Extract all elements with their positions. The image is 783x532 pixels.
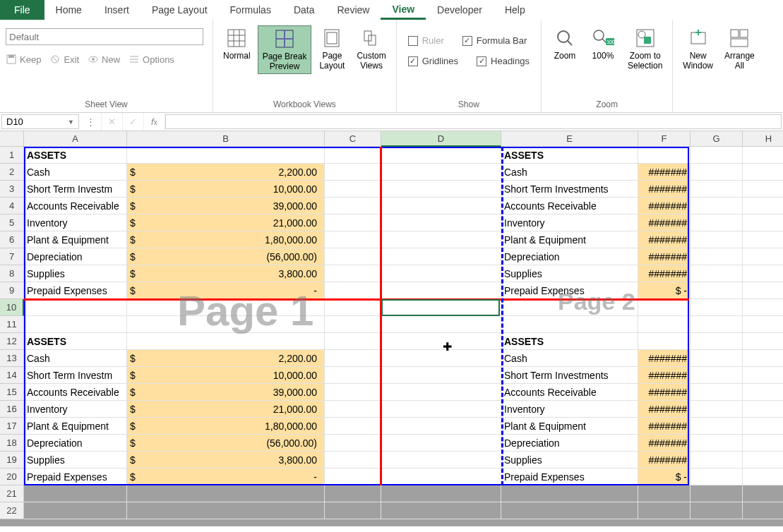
- cell-A1[interactable]: ASSETS: [24, 147, 127, 164]
- cell-B18[interactable]: $(56,000.00): [127, 435, 325, 452]
- cell-B14[interactable]: $10,000.00: [127, 367, 325, 384]
- cell-E18[interactable]: Depreciation: [501, 435, 638, 452]
- cell-G14[interactable]: [691, 367, 743, 384]
- new-window-button[interactable]: New Window: [679, 25, 717, 73]
- cell-B22[interactable]: [127, 502, 325, 519]
- cell-B2[interactable]: $2,200.00: [127, 164, 325, 181]
- cell-H13[interactable]: [743, 350, 783, 367]
- cell-E3[interactable]: Short Term Investments: [501, 181, 638, 198]
- custom-views-button[interactable]: Custom Views: [352, 25, 390, 73]
- cell-D21[interactable]: [381, 485, 501, 502]
- cell-F19[interactable]: #######: [638, 452, 691, 468]
- menu-page-layout[interactable]: Page Layout: [141, 0, 219, 20]
- cell-G8[interactable]: [691, 265, 743, 282]
- fb-enter-button[interactable]: ✓: [123, 113, 144, 131]
- cell-A5[interactable]: Inventory: [24, 214, 127, 231]
- cell-F10[interactable]: [638, 299, 691, 316]
- cell-A22[interactable]: [24, 502, 127, 519]
- cell-D10[interactable]: [381, 299, 501, 316]
- cell-C22[interactable]: [325, 502, 381, 519]
- cell-E5[interactable]: Inventory: [501, 214, 638, 231]
- cell-E22[interactable]: [501, 502, 638, 519]
- cell-B13[interactable]: $2,200.00: [127, 350, 325, 367]
- cell-C10[interactable]: [325, 299, 381, 316]
- cell-B5[interactable]: $21,000.00: [127, 214, 325, 231]
- cell-H17[interactable]: [743, 418, 783, 435]
- cell-C17[interactable]: [325, 418, 381, 435]
- row-header-22[interactable]: 22: [0, 502, 24, 519]
- cell-A17[interactable]: Plant & Equipment: [24, 418, 127, 435]
- cell-A14[interactable]: Short Term Investm: [24, 367, 127, 384]
- cell-F15[interactable]: #######: [638, 384, 691, 401]
- cell-E21[interactable]: [501, 485, 638, 502]
- col-header-A[interactable]: A: [24, 131, 127, 147]
- menu-formulas[interactable]: Formulas: [219, 0, 282, 20]
- cell-C6[interactable]: [325, 231, 381, 248]
- cell-A3[interactable]: Short Term Investm: [24, 181, 127, 198]
- spreadsheet-grid[interactable]: ABCDEFGH 1234567891011121314151617181920…: [0, 131, 783, 526]
- menu-view[interactable]: View: [381, 0, 426, 20]
- page-layout-button[interactable]: Page Layout: [314, 25, 349, 73]
- formula-input[interactable]: [165, 114, 782, 129]
- cell-F3[interactable]: #######: [638, 181, 691, 198]
- row-header-13[interactable]: 13: [0, 350, 24, 367]
- cell-C21[interactable]: [325, 485, 381, 502]
- cell-G9[interactable]: [691, 282, 743, 299]
- cell-F4[interactable]: #######: [638, 198, 691, 214]
- cell-A20[interactable]: Prepaid Expenses: [24, 468, 127, 485]
- cell-E1[interactable]: ASSETS: [501, 147, 638, 164]
- cell-F13[interactable]: #######: [638, 350, 691, 367]
- cell-C7[interactable]: [325, 248, 381, 265]
- cell-F17[interactable]: #######: [638, 418, 691, 435]
- cell-H14[interactable]: [743, 367, 783, 384]
- cell-E14[interactable]: Short Term Investments: [501, 367, 638, 384]
- cell-B9[interactable]: $-: [127, 282, 325, 299]
- cell-F7[interactable]: #######: [638, 248, 691, 265]
- cell-A2[interactable]: Cash: [24, 164, 127, 181]
- name-box[interactable]: D10▼: [1, 114, 79, 129]
- row-header-6[interactable]: 6: [0, 231, 24, 248]
- cell-E20[interactable]: Prepaid Expenses: [501, 468, 638, 485]
- cell-A9[interactable]: Prepaid Expenses: [24, 282, 127, 299]
- cell-F11[interactable]: [638, 316, 691, 333]
- cell-D6[interactable]: [381, 231, 501, 248]
- cell-B1[interactable]: [127, 147, 325, 164]
- row-header-19[interactable]: 19: [0, 452, 24, 468]
- cell-H5[interactable]: [743, 214, 783, 231]
- cell-E7[interactable]: Depreciation: [501, 248, 638, 265]
- cell-B6[interactable]: $1,80,000.00: [127, 231, 325, 248]
- cell-C2[interactable]: [325, 164, 381, 181]
- fb-fx-button[interactable]: fx: [144, 113, 165, 131]
- cell-B11[interactable]: [127, 316, 325, 333]
- cell-B4[interactable]: $39,000.00: [127, 198, 325, 214]
- cell-E10[interactable]: [501, 299, 638, 316]
- row-header-5[interactable]: 5: [0, 214, 24, 231]
- cell-G18[interactable]: [691, 435, 743, 452]
- cell-B16[interactable]: $21,000.00: [127, 401, 325, 418]
- cell-F20[interactable]: $ -: [638, 468, 691, 485]
- cell-F18[interactable]: #######: [638, 435, 691, 452]
- cell-A21[interactable]: [24, 485, 127, 502]
- row-header-21[interactable]: 21: [0, 485, 24, 502]
- cell-D17[interactable]: [381, 418, 501, 435]
- cell-E16[interactable]: Inventory: [501, 401, 638, 418]
- cell-F6[interactable]: #######: [638, 231, 691, 248]
- cell-H8[interactable]: [743, 265, 783, 282]
- cell-D16[interactable]: [381, 401, 501, 418]
- cell-H2[interactable]: [743, 164, 783, 181]
- menu-developer[interactable]: Developer: [426, 0, 494, 20]
- cell-H12[interactable]: [743, 333, 783, 350]
- cell-D8[interactable]: [381, 265, 501, 282]
- cell-G11[interactable]: [691, 316, 743, 333]
- cell-C15[interactable]: [325, 384, 381, 401]
- gridlines-checkbox[interactable]: ✓Gridlines: [402, 54, 464, 68]
- cell-D2[interactable]: [381, 164, 501, 181]
- cell-B3[interactable]: $10,000.00: [127, 181, 325, 198]
- cell-D18[interactable]: [381, 435, 501, 452]
- cell-H19[interactable]: [743, 452, 783, 468]
- cell-H22[interactable]: [743, 502, 783, 519]
- cell-C18[interactable]: [325, 435, 381, 452]
- cell-C4[interactable]: [325, 198, 381, 214]
- row-header-10[interactable]: 10: [0, 299, 24, 316]
- headings-checkbox[interactable]: ✓Headings: [471, 54, 535, 68]
